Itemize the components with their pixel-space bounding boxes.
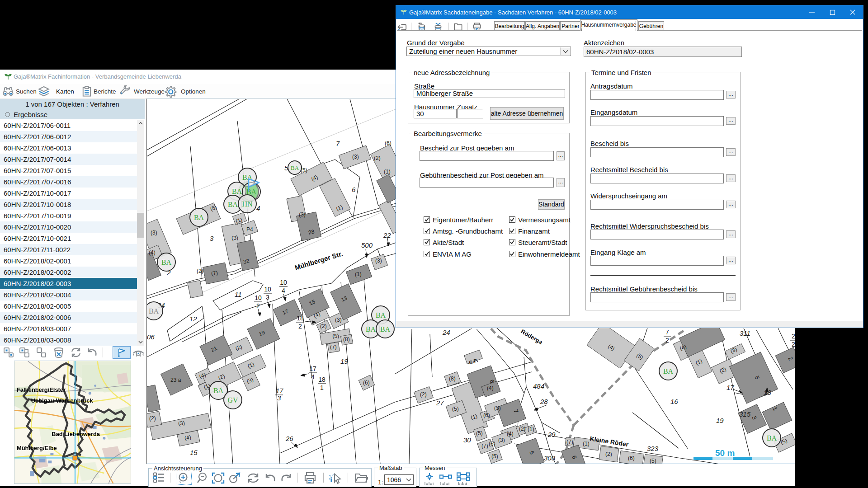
svg-text:HN: HN <box>242 200 253 208</box>
svg-text:(1): (1) <box>528 426 534 432</box>
svg-text:18: 18 <box>318 376 326 383</box>
svg-text:10: 10 <box>280 279 287 286</box>
svg-text:484: 484 <box>533 382 544 390</box>
svg-text:BA: BA <box>161 258 172 266</box>
svg-text:Bad Liebenwerda: Bad Liebenwerda <box>52 431 100 437</box>
svg-text:(4): (4) <box>184 434 192 441</box>
svg-text:(1): (1) <box>355 271 362 277</box>
svg-text:50 m: 50 m <box>715 448 735 458</box>
svg-text:4: 4 <box>311 373 315 380</box>
svg-text:(6): (6) <box>628 455 635 461</box>
svg-text:(2): (2) <box>197 268 203 274</box>
svg-text:17: 17 <box>726 384 734 391</box>
svg-text:4: 4 <box>256 204 260 212</box>
svg-text:(4): (4) <box>487 385 494 391</box>
svg-text:(2): (2) <box>374 155 381 161</box>
svg-text:3: 3 <box>210 235 214 242</box>
svg-text:06: 06 <box>147 333 155 341</box>
svg-text:2: 2 <box>792 341 795 348</box>
svg-text:(2): (2) <box>149 415 156 422</box>
svg-text:(1): (1) <box>583 441 590 447</box>
svg-text:26: 26 <box>285 435 293 442</box>
svg-text:(3): (3) <box>494 405 501 411</box>
svg-text:500: 500 <box>361 241 373 249</box>
svg-text:(2): (2) <box>605 451 612 457</box>
svg-text:BA: BA <box>291 164 299 171</box>
svg-text:(5): (5) <box>476 430 483 436</box>
svg-text:29: 29 <box>547 431 556 438</box>
svg-text:BA: BA <box>366 325 376 333</box>
svg-text:10: 10 <box>264 286 271 293</box>
svg-text:(6): (6) <box>385 140 392 146</box>
svg-text:7: 7 <box>336 140 340 147</box>
svg-text:22: 22 <box>383 231 391 239</box>
svg-text:BA: BA <box>767 434 777 442</box>
svg-text:323: 323 <box>647 445 659 452</box>
svg-text:Mühlberg/Elbe: Mühlberg/Elbe <box>17 445 57 451</box>
svg-text:(3): (3) <box>178 419 185 427</box>
svg-text:(3): (3) <box>231 234 239 242</box>
svg-text:27: 27 <box>436 399 444 407</box>
svg-text:(6): (6) <box>483 412 490 418</box>
svg-text:(2): (2) <box>420 391 427 398</box>
svg-text:315: 315 <box>739 410 751 418</box>
svg-text:Röderga: Röderga <box>520 328 544 346</box>
svg-text:(8): (8) <box>343 336 350 343</box>
svg-text:15: 15 <box>190 449 198 456</box>
svg-text:BA: BA <box>380 325 391 333</box>
svg-text:BA: BA <box>246 188 257 196</box>
svg-text:(3): (3) <box>335 317 342 323</box>
svg-text:23 a: 23 a <box>170 377 181 383</box>
svg-text:10: 10 <box>255 294 262 301</box>
svg-text:(1): (1) <box>384 169 391 175</box>
svg-text:12: 12 <box>189 315 197 323</box>
svg-text:BA: BA <box>228 201 238 208</box>
svg-text:P4: P4 <box>246 226 253 233</box>
svg-text:11: 11 <box>235 291 242 298</box>
svg-text:24: 24 <box>442 328 450 336</box>
svg-text:Falkenberg/Elster: Falkenberg/Elster <box>17 386 66 393</box>
svg-text:17: 17 <box>309 365 316 372</box>
svg-text:BA: BA <box>663 367 674 375</box>
svg-text:(3): (3) <box>299 211 306 218</box>
svg-text:BA: BA <box>376 311 386 319</box>
svg-text:(8): (8) <box>449 375 456 382</box>
svg-text:(2): (2) <box>519 426 526 432</box>
svg-text:(4): (4) <box>149 249 156 256</box>
svg-text:(7): (7) <box>566 439 573 445</box>
svg-text:(6): (6) <box>489 441 495 447</box>
svg-text:28: 28 <box>540 398 548 405</box>
svg-text:2: 2 <box>298 323 302 330</box>
svg-text:(5): (5) <box>452 406 459 412</box>
svg-text:311: 311 <box>740 329 750 337</box>
svg-text:6: 6 <box>352 186 356 193</box>
svg-text:(3): (3) <box>352 154 359 160</box>
svg-text:(3): (3) <box>151 230 157 236</box>
svg-text:BA: BA <box>194 214 204 221</box>
svg-text:7: 7 <box>665 328 669 336</box>
svg-text:BA: BA <box>213 387 224 394</box>
svg-text:(5): (5) <box>650 458 656 464</box>
svg-text:19: 19 <box>340 357 348 365</box>
svg-text:(2): (2) <box>320 323 327 329</box>
svg-text:17: 17 <box>276 387 283 394</box>
svg-text:2: 2 <box>256 302 260 310</box>
svg-text:2: 2 <box>665 337 669 344</box>
svg-text:(7): (7) <box>330 344 337 350</box>
svg-text:19: 19 <box>716 417 724 424</box>
svg-text:4: 4 <box>282 287 285 294</box>
svg-text:(4): (4) <box>507 431 514 437</box>
svg-text:(7): (7) <box>211 269 218 277</box>
svg-text:1: 1 <box>320 384 324 391</box>
svg-text:Mühlberger Str.: Mühlberger Str. <box>294 249 344 271</box>
svg-text:16: 16 <box>670 398 678 405</box>
svg-text:3: 3 <box>266 294 269 301</box>
svg-text:(5): (5) <box>332 333 340 340</box>
svg-text:(5): (5) <box>491 453 498 460</box>
svg-text:Uebigau-Wahrenbrück: Uebigau-Wahrenbrück <box>31 397 94 404</box>
svg-text:308: 308 <box>544 454 556 462</box>
svg-text:30: 30 <box>463 436 471 444</box>
svg-text:3: 3 <box>277 394 281 402</box>
svg-text:BA: BA <box>232 188 242 195</box>
svg-text:2: 2 <box>792 333 795 340</box>
